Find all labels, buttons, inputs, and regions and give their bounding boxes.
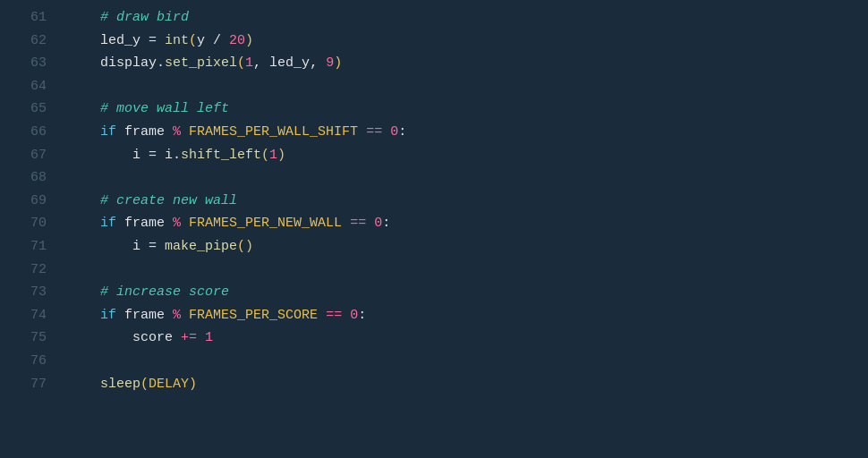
code-line bbox=[68, 351, 868, 374]
op-token bbox=[181, 308, 189, 323]
var-token: i bbox=[165, 148, 173, 163]
var-token: i bbox=[68, 148, 140, 163]
code-line: if frame % FRAMES_PER_WALL_SHIFT == 0: bbox=[68, 122, 868, 145]
comment-token: # create new wall bbox=[68, 193, 237, 208]
var-token: frame bbox=[124, 124, 165, 140]
var-token: frame bbox=[124, 216, 165, 231]
op-token bbox=[197, 330, 205, 345]
code-line: sleep(DELAY) bbox=[68, 374, 868, 397]
code-line bbox=[68, 167, 868, 191]
code-line: # move wall left bbox=[68, 98, 868, 122]
line-number: 71 bbox=[0, 236, 47, 259]
line-number: 66 bbox=[0, 122, 47, 145]
paren-token: ) bbox=[189, 377, 197, 392]
number-token: 0 bbox=[374, 216, 382, 231]
eq-token: % bbox=[173, 216, 181, 231]
line-number: 65 bbox=[0, 98, 47, 122]
code-line: led_y = int(y / 20) bbox=[68, 30, 868, 54]
line-number: 68 bbox=[0, 167, 47, 191]
op-token bbox=[366, 216, 374, 231]
line-number: 69 bbox=[0, 191, 47, 214]
line-number: 72 bbox=[0, 259, 47, 283]
func-token: sleep bbox=[68, 377, 140, 392]
var-token: led_y bbox=[68, 33, 140, 48]
comment-token: # increase score bbox=[68, 284, 229, 300]
line-numbers: 6162636465666768697071727374757677 bbox=[0, 7, 64, 451]
number-token: 9 bbox=[326, 55, 334, 71]
op-token bbox=[165, 216, 173, 231]
paren-token: ( bbox=[140, 377, 149, 392]
code-editor: 6162636465666768697071727374757677 # dra… bbox=[0, 0, 868, 458]
op-token bbox=[165, 124, 173, 140]
paren-token: ) bbox=[245, 239, 253, 254]
number-token: 20 bbox=[229, 33, 245, 48]
line-number: 62 bbox=[0, 30, 47, 54]
code-line: if frame % FRAMES_PER_SCORE == 0: bbox=[68, 305, 868, 328]
method-token: set_pixel bbox=[165, 55, 237, 71]
paren-token: ) bbox=[277, 148, 285, 163]
var-token: display bbox=[68, 55, 157, 71]
comment-token: # move wall left bbox=[68, 101, 229, 116]
pluseq-token: += bbox=[181, 330, 197, 345]
op-token bbox=[358, 124, 366, 140]
op-token bbox=[173, 330, 181, 345]
const-token: DELAY bbox=[149, 377, 189, 392]
const-token: FRAMES_PER_SCORE bbox=[189, 308, 318, 323]
line-number: 67 bbox=[0, 145, 47, 168]
func-token: make_pipe bbox=[165, 239, 237, 254]
op-token bbox=[181, 124, 189, 140]
eq-token: == bbox=[326, 308, 342, 323]
eq-token: == bbox=[350, 216, 366, 231]
keyword-token: if bbox=[68, 308, 116, 323]
const-token: FRAMES_PER_NEW_WALL bbox=[189, 216, 342, 231]
var-token: y bbox=[197, 33, 205, 48]
line-number: 64 bbox=[0, 76, 47, 99]
comment-token: # draw bird bbox=[68, 10, 189, 25]
var-token: i bbox=[68, 239, 140, 254]
number-token: 1 bbox=[205, 330, 213, 345]
eq-token: % bbox=[173, 124, 181, 140]
number-token: 1 bbox=[269, 148, 277, 163]
code-line: # create new wall bbox=[68, 191, 868, 214]
op-token: , bbox=[253, 55, 269, 71]
eq-token: == bbox=[366, 124, 382, 140]
line-number: 73 bbox=[0, 282, 47, 305]
op-token: / bbox=[205, 33, 229, 48]
op-token bbox=[165, 308, 173, 323]
paren-token: ) bbox=[245, 33, 253, 48]
op-token bbox=[116, 216, 124, 231]
code-line: # draw bird bbox=[68, 7, 868, 30]
keyword-token: if bbox=[68, 216, 116, 231]
const-token: FRAMES_PER_WALL_SHIFT bbox=[189, 124, 358, 140]
line-number: 76 bbox=[0, 351, 47, 374]
var-token: led_y bbox=[269, 55, 310, 71]
code-line bbox=[68, 76, 868, 99]
code-line: display.set_pixel(1, led_y, 9) bbox=[68, 53, 868, 76]
op-token: = bbox=[140, 239, 165, 254]
op-token: : bbox=[382, 216, 390, 231]
op-token bbox=[181, 216, 189, 231]
code-line: i = i.shift_left(1) bbox=[68, 145, 868, 168]
op-token: = bbox=[140, 33, 165, 48]
op-token bbox=[342, 308, 350, 323]
paren-token: ( bbox=[237, 239, 245, 254]
op-token: . bbox=[157, 55, 165, 71]
code-content: # draw bird led_y = int(y / 20) display.… bbox=[64, 7, 868, 451]
number-token: 1 bbox=[245, 55, 253, 71]
line-number: 75 bbox=[0, 327, 47, 351]
func-token: int bbox=[165, 33, 189, 48]
code-line: score += 1 bbox=[68, 327, 868, 351]
line-number: 70 bbox=[0, 213, 47, 236]
var-token: score bbox=[68, 330, 173, 345]
line-number: 74 bbox=[0, 305, 47, 328]
number-token: 0 bbox=[390, 124, 398, 140]
method-token: shift_left bbox=[181, 148, 261, 163]
eq-token: % bbox=[173, 308, 181, 323]
line-number: 61 bbox=[0, 7, 47, 30]
op-token bbox=[116, 308, 124, 323]
op-token bbox=[318, 308, 326, 323]
op-token: = bbox=[140, 148, 165, 163]
code-line: if frame % FRAMES_PER_NEW_WALL == 0: bbox=[68, 213, 868, 236]
op-token: : bbox=[358, 308, 366, 323]
code-line: # increase score bbox=[68, 282, 868, 305]
